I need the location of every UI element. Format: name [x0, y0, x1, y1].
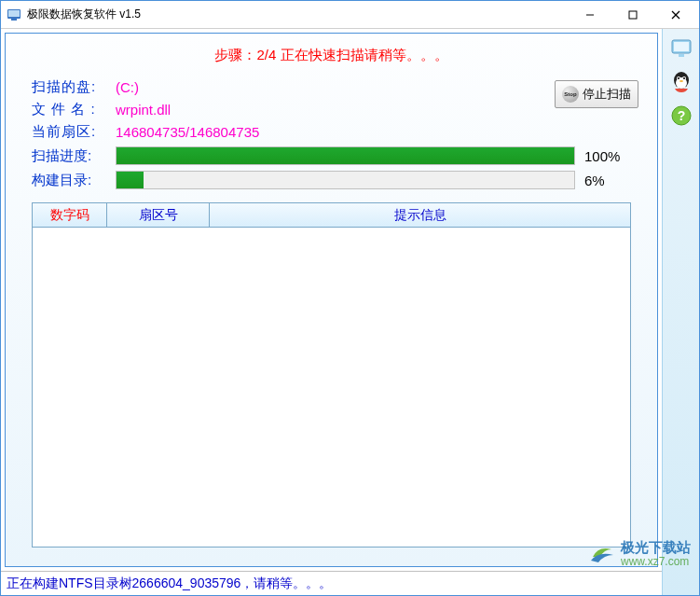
main-panel: 步骤：2/4 正在快速扫描请稍等。。。 Stop 停止扫描 扫描的盘: (C:)… — [5, 33, 658, 567]
file-value: wrpint.dll — [116, 102, 171, 118]
minimize-button[interactable] — [569, 2, 611, 28]
col-hint-info[interactable]: 提示信息 — [210, 203, 630, 228]
app-window: 极限数据恢复软件 v1.5 步骤：2/4 正在快速扫描请稍等。。。 Stop 停… — [0, 0, 700, 596]
svg-rect-1 — [8, 10, 20, 17]
file-row: 文 件 名 : wrpint.dll — [32, 101, 631, 118]
close-button[interactable] — [654, 2, 697, 28]
scan-progress-pct: 100% — [584, 148, 631, 164]
col-sector-no[interactable]: 扇区号 — [107, 203, 210, 228]
qq-icon[interactable] — [667, 68, 695, 96]
stop-scan-button[interactable]: Stop 停止扫描 — [555, 80, 638, 108]
svg-rect-9 — [679, 54, 684, 57]
maximize-button[interactable] — [611, 2, 654, 28]
sector-row: 当前扇区: 146804735/146804735 — [32, 123, 631, 141]
window-title: 极限数据恢复软件 v1.5 — [27, 7, 569, 22]
disk-label: 扫描的盘: — [32, 78, 116, 96]
svg-rect-8 — [674, 42, 689, 51]
sector-value: 146804735/146804735 — [116, 124, 259, 140]
status-bar: 正在构建NTFS目录树2666604_9035796，请稍等。。。 — [1, 571, 662, 595]
table-body[interactable] — [33, 228, 630, 547]
col-digit-code[interactable]: 数字码 — [33, 203, 107, 228]
table-header: 数字码 扇区号 提示信息 — [33, 203, 630, 228]
svg-rect-2 — [11, 19, 17, 21]
help-icon[interactable]: ? — [667, 102, 695, 130]
svg-point-15 — [683, 77, 685, 79]
status-text: 正在构建NTFS目录树2666604_9035796，请稍等。。。 — [7, 575, 332, 592]
disk-value: (C:) — [116, 79, 139, 95]
main-column: 步骤：2/4 正在快速扫描请稍等。。。 Stop 停止扫描 扫描的盘: (C:)… — [1, 29, 662, 595]
file-label: 文 件 名 : — [32, 101, 116, 118]
sector-label: 当前扇区: — [32, 123, 116, 141]
stop-icon: Stop — [562, 86, 579, 103]
result-table: 数字码 扇区号 提示信息 — [32, 202, 631, 547]
svg-rect-4 — [629, 11, 637, 19]
build-progress-pct: 6% — [584, 173, 631, 188]
build-progress-bar — [116, 171, 575, 189]
scan-progress-label: 扫描进度: — [32, 147, 116, 165]
scan-progress-bar — [116, 146, 575, 165]
body-area: 步骤：2/4 正在快速扫描请稍等。。。 Stop 停止扫描 扫描的盘: (C:)… — [1, 29, 699, 595]
scan-progress-row: 扫描进度: 100% — [32, 146, 631, 165]
svg-text:?: ? — [677, 108, 685, 123]
titlebar: 极限数据恢复软件 v1.5 — [1, 1, 699, 29]
build-progress-row: 构建目录: 6% — [32, 171, 631, 189]
build-progress-fill — [117, 172, 144, 188]
svg-point-14 — [678, 77, 679, 79]
app-icon — [7, 7, 21, 22]
build-progress-label: 构建目录: — [32, 172, 116, 189]
stop-button-label: 停止扫描 — [583, 86, 631, 103]
disk-row: 扫描的盘: (C:) — [32, 78, 631, 96]
scan-progress-fill — [117, 147, 574, 164]
svg-point-16 — [679, 80, 683, 82]
window-controls — [569, 2, 697, 28]
side-toolbar: ? — [662, 29, 699, 595]
step-indicator: 步骤：2/4 正在快速扫描请稍等。。。 — [6, 34, 657, 74]
monitor-icon[interactable] — [667, 35, 695, 62]
